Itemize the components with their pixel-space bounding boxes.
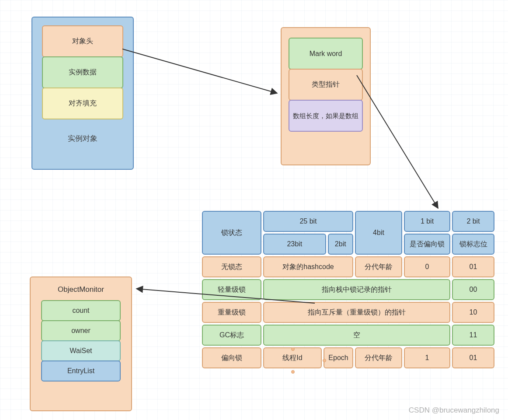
svg-line-0: [122, 49, 277, 93]
row-name: 重量级锁: [202, 302, 261, 323]
table-row: 轻量级锁 指向栈中锁记录的指针 00: [202, 279, 496, 300]
row-desc: 空: [263, 325, 450, 346]
watermark: CSDN @brucewangzhilong: [409, 406, 499, 415]
head-lockflag: 锁标志位: [452, 234, 494, 255]
row-desc: 对象的hashcode: [263, 256, 353, 277]
table-row: 重量级锁 指向互斥量（重量级锁）的指针 10: [202, 302, 496, 323]
monitor-title: ObjectMonitor: [31, 285, 131, 294]
row-flag: 11: [452, 325, 494, 346]
table-row: 无锁态 对象的hashcode 分代年龄 0 01: [202, 256, 496, 277]
head-biasflag: 是否偏向锁: [404, 234, 450, 255]
markword-table: 锁状态 25 bit 23bit 2bit 4bit 1 bit 是否偏向锁 2…: [202, 211, 496, 370]
connector-dot-icon: [291, 370, 295, 374]
connector-dot-icon: [323, 359, 326, 362]
row-name: 轻量级锁: [202, 279, 261, 300]
head-state: 锁状态: [202, 211, 261, 255]
monitor-owner: owner: [41, 320, 121, 341]
object-header: Mark word 类型指针 数组长度，如果是数组: [281, 27, 371, 165]
connector-dot-icon: [291, 347, 295, 351]
row-bias: 1: [404, 347, 450, 368]
row-flag: 00: [452, 279, 494, 300]
head-1bit: 1 bit: [404, 211, 450, 232]
table-row: GC标志 空 11: [202, 325, 496, 346]
row-name: 无锁态: [202, 256, 261, 277]
array-length: 数组长度，如果是数组: [289, 100, 363, 132]
row-name: 偏向锁: [202, 347, 261, 368]
object-monitor: ObjectMonitor count owner WaiSet EntryLi…: [30, 276, 132, 411]
instance-padding: 对齐填充: [42, 88, 123, 119]
table-row: 偏向锁 线程Id Epoch 分代年龄 1 01: [202, 347, 496, 368]
monitor-count: count: [41, 300, 121, 321]
row-flag: 01: [452, 347, 494, 368]
instance-header: 对象头: [42, 25, 123, 57]
instance-data: 实例数据: [42, 56, 123, 88]
monitor-entrylist: EntryList: [41, 360, 121, 382]
head-25bit: 25 bit: [263, 211, 353, 232]
monitor-waitset: WaiSet: [41, 340, 121, 361]
head-23bit: 23bit: [263, 234, 326, 255]
row-age: 分代年龄: [355, 256, 402, 277]
row-epoch: Epoch: [324, 347, 353, 368]
mark-word: Mark word: [289, 38, 363, 70]
table-head: 锁状态 25 bit 23bit 2bit 4bit 1 bit 是否偏向锁 2…: [202, 211, 496, 255]
instance-label: 实例对象: [68, 133, 97, 144]
head-4bit: 4bit: [355, 211, 402, 255]
row-desc: 指向栈中锁记录的指针: [263, 279, 450, 300]
row-name: GC标志: [202, 325, 261, 346]
row-age: 分代年龄: [355, 347, 402, 368]
instance-object: 对象头 实例数据 对齐填充 实例对象: [31, 17, 134, 170]
head-2bit-flag: 2 bit: [452, 211, 494, 232]
klass-ptr: 类型指针: [289, 69, 363, 101]
head-2bit: 2bit: [328, 234, 354, 255]
row-flag: 01: [452, 256, 494, 277]
row-desc: 指向互斥量（重量级锁）的指针: [263, 302, 450, 323]
row-flag: 10: [452, 302, 494, 323]
row-bias: 0: [404, 256, 450, 277]
